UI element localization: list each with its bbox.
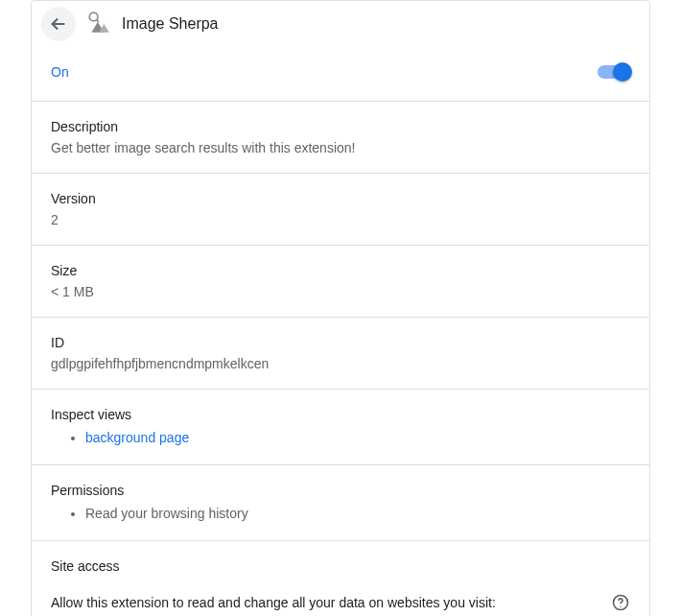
- site-access-description-row: Allow this extension to read and change …: [51, 593, 630, 612]
- arrow-left-icon: [48, 13, 69, 35]
- id-section: ID gdlpgpifehfhpfjbmencndmpmkelkcen: [32, 317, 649, 389]
- enable-toggle[interactable]: [598, 65, 630, 79]
- inspect-view-item: background page: [85, 428, 630, 447]
- size-value: < 1 MB: [51, 284, 630, 299]
- inspect-views-list: background page: [51, 428, 630, 447]
- permissions-section: Permissions Read your browsing history: [32, 464, 649, 540]
- size-section: Size < 1 MB: [32, 245, 649, 317]
- description-section: Description Get better image search resu…: [32, 101, 649, 173]
- extension-title: Image Sherpa: [122, 15, 219, 33]
- permissions-list: Read your browsing history: [51, 504, 630, 523]
- toggle-knob: [613, 62, 632, 82]
- header: Image Sherpa: [32, 1, 649, 41]
- description-label: Description: [51, 119, 630, 134]
- site-access-section: Site access Allow this extension to read…: [32, 540, 649, 616]
- site-access-label: Site access: [51, 558, 630, 574]
- version-section: Version 2: [32, 173, 649, 245]
- site-access-description: Allow this extension to read and change …: [51, 595, 496, 610]
- background-page-link[interactable]: background page: [85, 430, 189, 445]
- permission-item: Read your browsing history: [85, 504, 630, 523]
- help-icon[interactable]: [611, 593, 630, 612]
- inspect-views-label: Inspect views: [51, 407, 630, 422]
- svg-line-1: [96, 19, 99, 22]
- enable-toggle-row: On: [32, 41, 649, 101]
- back-button[interactable]: [41, 7, 76, 41]
- version-label: Version: [51, 191, 630, 206]
- permissions-label: Permissions: [51, 483, 630, 498]
- description-value: Get better image search results with thi…: [51, 140, 630, 155]
- id-value: gdlpgpifehfhpfjbmencndmpmkelkcen: [51, 356, 630, 371]
- extension-app-icon: [85, 11, 112, 37]
- id-label: ID: [51, 335, 630, 350]
- svg-point-3: [620, 606, 621, 607]
- inspect-views-section: Inspect views background page: [32, 389, 649, 464]
- enable-label: On: [51, 64, 69, 80]
- extension-detail-panel: Image Sherpa On Description Get better i…: [31, 0, 650, 616]
- size-label: Size: [51, 263, 630, 278]
- version-value: 2: [51, 212, 630, 227]
